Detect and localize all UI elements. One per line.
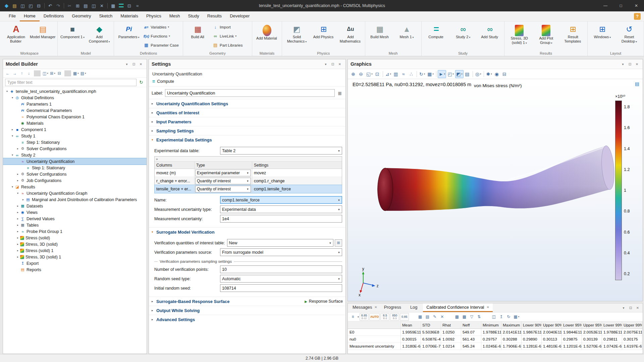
table-settings-icon[interactable]: ▦▾	[513, 313, 520, 320]
compute-icon[interactable]: =	[117, 2, 125, 10]
zoom-out-icon[interactable]: ⊖	[358, 70, 365, 78]
tree-expand-arrow[interactable]: ▾	[5, 90, 9, 93]
verification-points-input[interactable]	[220, 265, 342, 273]
tree-item[interactable]: ▸ ◉ Views	[3, 209, 147, 216]
tree-item[interactable]: ▾ ∞ Study 1	[3, 133, 147, 139]
close-button[interactable]: ✕	[629, 0, 644, 11]
tree-table-icon[interactable]: ▦▾	[72, 70, 79, 77]
reset-desktop-button[interactable]: ↺ Reset Desktop▾	[616, 22, 642, 50]
tree-item[interactable]: ▾ ≈ Uncertainty Quantification Graph	[3, 190, 147, 196]
plot-group-icon[interactable]: ▦▾	[426, 70, 435, 78]
panel-close-icon[interactable]: ✕	[634, 61, 640, 67]
result-column-header[interactable]: STD	[421, 321, 441, 328]
tree-item[interactable]: ≈ Uncertainty Quantification	[3, 158, 147, 165]
settings-section-header[interactable]: Sampling Settings	[149, 126, 345, 135]
add-material-button[interactable]: Add Material	[254, 22, 280, 50]
delete-icon[interactable]: ✕	[98, 2, 106, 10]
type-select[interactable]: Quantity of interest	[195, 186, 251, 192]
result-column-header[interactable]: Rhat	[441, 321, 461, 328]
scene-settings-icon[interactable]: ✱▾	[485, 70, 493, 78]
tree-expand-arrow[interactable]: ▸	[16, 179, 20, 182]
view-3d-icon[interactable]: ◩▾	[455, 70, 464, 78]
redo-icon[interactable]: ↷	[54, 2, 62, 10]
paste-icon[interactable]: ▤	[82, 2, 90, 10]
settings-section-header[interactable]: Input Parameters	[149, 117, 345, 126]
menu-item[interactable]: Materials	[116, 11, 142, 21]
precision-engineering-button[interactable]: 850E-3	[390, 313, 399, 321]
save-icon[interactable]: ◫	[19, 2, 26, 10]
precision-full-button[interactable]: 8.85E-12	[360, 313, 369, 321]
settings-compute-button[interactable]: Compute	[157, 79, 174, 84]
tree-expand-arrow[interactable]: ▸	[16, 255, 20, 258]
sep[interactable]	[410, 313, 416, 320]
tree-item[interactable]: ▾ ∞ Study 2	[3, 152, 147, 158]
surrogate-section-header[interactable]: Surrogate Model Verification	[149, 227, 345, 236]
result-column-header[interactable]: Lower 99%	[602, 321, 622, 328]
copy-table-icon[interactable]: ◫	[491, 313, 497, 320]
tree-item[interactable]: ▸ ∑ Derived Values	[3, 216, 147, 222]
refresh-table-icon[interactable]: ↻	[505, 313, 512, 320]
zoom-box-icon[interactable]: ◱▾	[365, 70, 374, 78]
plot-window-icon[interactable]: ▤	[635, 81, 639, 86]
tree-item[interactable]: ▸ ⚙ Solver Configurations	[3, 145, 147, 152]
settings-section-header[interactable]: Quantities of Interest	[149, 108, 345, 117]
tree-expand-arrow[interactable]: ▸	[16, 147, 20, 150]
stress-3d-solid-1-button[interactable]: Stress, 3D (solid) 1▾	[506, 22, 532, 50]
windows-button[interactable]: ⊞ Windows▾	[589, 22, 615, 50]
save-as-icon[interactable]: ◰	[27, 2, 35, 10]
sep[interactable]	[473, 71, 473, 77]
tree-expand-arrow[interactable]: ▾	[10, 96, 14, 99]
tensile-specimen-plot[interactable]: y z x	[348, 79, 643, 301]
panel-menu-icon[interactable]: ▾	[323, 61, 329, 67]
copy-icon[interactable]: ⊞	[74, 2, 82, 10]
select-mode-icon[interactable]: ►▾	[438, 70, 446, 78]
sort-icon[interactable]: ⇅	[476, 313, 483, 320]
menu-item[interactable]: Developer	[226, 11, 254, 21]
panel-menu-icon[interactable]: ▾	[124, 61, 130, 67]
panel-menu-icon[interactable]: ▾	[621, 305, 627, 311]
tree-item[interactable]: ≈ Polynomial Chaos Expansion 1	[3, 114, 147, 120]
bottom-tab[interactable]: Calibrated Confidence Interval ✕	[423, 303, 493, 312]
plot-points-icon[interactable]: ∴	[408, 70, 415, 78]
tree-item[interactable]: ▸ ⚙ Job Configurations	[3, 177, 147, 184]
precision-auto-button[interactable]: AUTO	[369, 313, 380, 321]
tree-expand-arrow[interactable]: ▾	[10, 134, 14, 137]
functions-button[interactable]: f(x) Functions▾	[143, 32, 181, 41]
print-graphics-icon[interactable]: ⊟	[501, 70, 508, 78]
zoom-in-icon[interactable]: ⊕	[350, 70, 357, 78]
tree-expand-arrow[interactable]: ▸	[16, 236, 20, 239]
cut-icon[interactable]: ✂	[66, 2, 73, 10]
zoom-extents-icon[interactable]: ⊡	[125, 2, 133, 10]
refresh-filter-icon[interactable]: ↻	[138, 79, 145, 86]
component-1-button[interactable]: ■ Component 1▾	[59, 22, 86, 50]
duplicate-icon[interactable]: ◫	[90, 2, 98, 10]
verification-source-select[interactable]: From surrogate model	[220, 248, 342, 256]
menu-item[interactable]: Results	[203, 11, 226, 21]
experimental-data-section-header[interactable]: Experimental Data Settings	[149, 135, 345, 144]
result-column-header[interactable]: Neff	[461, 321, 481, 328]
filter-icon[interactable]: ▽	[469, 313, 475, 320]
compute-button[interactable]: = Compute	[423, 22, 449, 50]
tree-item[interactable]: ▸ Stress, 3D (solid)	[3, 241, 147, 247]
panel-close-icon[interactable]: ✕	[337, 61, 343, 67]
sep[interactable]	[436, 71, 436, 77]
sep[interactable]	[484, 71, 484, 77]
mesh-1-button[interactable]: ▲ Mesh 1▾	[394, 22, 420, 50]
sep[interactable]	[446, 313, 453, 320]
back-icon[interactable]: ←	[5, 70, 11, 77]
tree-expand-arrow[interactable]: ▸	[16, 211, 20, 214]
evaluate-table-icon[interactable]: ▤	[464, 70, 471, 78]
application-builder-button[interactable]: A Application Builder	[3, 22, 29, 50]
tree-item[interactable]: ▸ ⚙ Solver Configurations	[3, 171, 147, 177]
build-all-button[interactable]: ▦ Build All	[185, 22, 211, 50]
tree-item[interactable]: ▸ Stress, 3D (solid) 1	[3, 254, 147, 260]
minimize-button[interactable]: —	[598, 0, 613, 11]
bottom-tab[interactable]: Log	[407, 303, 423, 312]
sep[interactable]	[64, 70, 71, 76]
add-physics-button[interactable]: ⊞ Add Physics	[311, 22, 337, 50]
sep[interactable]	[107, 3, 108, 8]
type-select[interactable]: Quantity of interest	[195, 178, 251, 184]
tree-expand-arrow[interactable]: ▸	[16, 230, 20, 233]
sep[interactable]	[64, 3, 64, 8]
tree-expand-arrow[interactable]: ▸	[10, 128, 14, 131]
